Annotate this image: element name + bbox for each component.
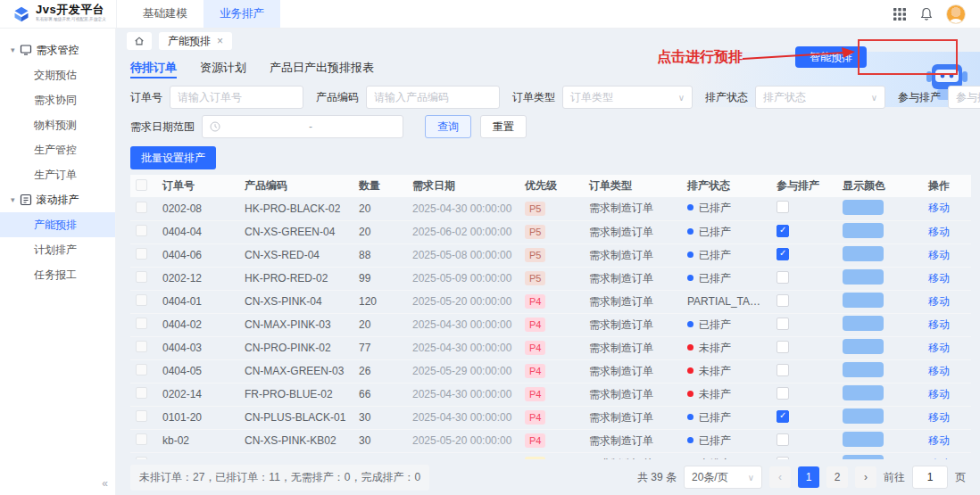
participate-checkbox[interactable]	[777, 318, 789, 330]
move-action-link[interactable]: 移动	[928, 295, 950, 308]
chevron-down-icon: ∨	[678, 93, 685, 103]
move-action-link[interactable]: 移动	[928, 249, 950, 261]
reset-button[interactable]: 重置	[480, 115, 527, 138]
participate-checkbox[interactable]	[777, 201, 789, 213]
cell-qty: 30	[353, 429, 407, 452]
sidebar-item[interactable]: 需求协同	[0, 87, 115, 112]
move-action-link[interactable]: 移动	[928, 318, 950, 331]
row-checkbox[interactable]	[136, 318, 147, 329]
date-range-input[interactable]: -	[202, 115, 403, 138]
status-label: 已排产	[699, 272, 731, 285]
table-row: kb-02 CN-XS-PINK-KB02 30 2025-05-20 00:0…	[130, 429, 971, 452]
move-action-link[interactable]: 移动	[928, 434, 950, 447]
sidebar-item[interactable]: 生产订单	[0, 162, 115, 187]
sidebar-item[interactable]: 交期预估	[0, 62, 115, 87]
smart-preschedule-button[interactable]: 智能预排	[795, 46, 867, 68]
cell-status: 未排产	[682, 383, 771, 406]
display-color-swatch[interactable]	[843, 246, 884, 261]
priority-badge: P4	[525, 364, 545, 378]
row-checkbox[interactable]	[136, 387, 147, 399]
participate-checkbox[interactable]	[777, 225, 789, 237]
participate-checkbox[interactable]	[777, 364, 789, 376]
panel-tab[interactable]: 产品日产出预排报表	[270, 60, 374, 78]
open-page-tab[interactable]: 产能预排 ×	[159, 32, 232, 50]
chevron-down-icon: ∨	[871, 93, 877, 103]
participate-checkbox[interactable]	[777, 341, 789, 353]
display-color-swatch[interactable]	[843, 408, 884, 424]
next-page-button[interactable]: ›	[855, 466, 876, 488]
row-checkbox[interactable]	[136, 410, 147, 422]
participate-checkbox[interactable]	[777, 410, 789, 423]
content-panel: 待排订单 资源计划 产品日产出预排报表 订单号 产品编码	[116, 54, 980, 495]
main-nav: 基础建模 业务排产	[127, 0, 280, 28]
move-action-link[interactable]: 移动	[928, 202, 950, 214]
schedule-status-select[interactable]: 排产状态 ∨	[755, 86, 885, 109]
move-action-link[interactable]: 移动	[928, 388, 950, 400]
sidebar-item[interactable]: 计划排产	[0, 237, 115, 262]
row-checkbox[interactable]	[136, 202, 147, 213]
participate-checkbox[interactable]	[777, 433, 789, 446]
table-row: 0404-03 CN-PRO-PINK-02 77 2025-04-30 00:…	[130, 336, 971, 359]
display-color-swatch[interactable]	[843, 316, 884, 331]
apps-grid-icon[interactable]	[893, 7, 907, 21]
close-icon[interactable]: ×	[217, 35, 223, 47]
cell-status: 未排产	[682, 452, 771, 459]
row-checkbox[interactable]	[136, 271, 147, 283]
display-color-swatch[interactable]	[843, 200, 884, 215]
sidebar-group-demand[interactable]: ▾ 需求管控	[0, 37, 115, 62]
row-checkbox[interactable]	[136, 433, 147, 445]
cell-date: 2025-05-09 00:00:00	[407, 267, 519, 290]
priority-badge: P5	[525, 202, 545, 216]
row-checkbox[interactable]	[136, 294, 147, 306]
move-action-link[interactable]: 移动	[928, 365, 950, 377]
participate-checkbox[interactable]	[777, 387, 789, 400]
panel-tab[interactable]: 待排订单	[130, 60, 177, 78]
cell-status: 已排产	[682, 267, 771, 290]
move-action-link[interactable]: 移动	[928, 342, 950, 354]
sidebar-item[interactable]: 生产管控	[0, 137, 115, 162]
cell-order-no: kb-02	[157, 429, 239, 452]
move-action-link[interactable]: 移动	[928, 272, 950, 285]
display-color-swatch[interactable]	[843, 269, 884, 285]
nav-tab[interactable]: 基础建模	[127, 0, 203, 28]
batch-set-schedule-button[interactable]: 批量设置排产	[130, 146, 216, 169]
sidebar-item[interactable]: 物料预测	[0, 112, 115, 137]
move-action-link[interactable]: 移动	[928, 411, 950, 424]
order-type-select[interactable]: 订单类型 ∨	[562, 86, 693, 109]
row-checkbox[interactable]	[136, 364, 147, 375]
participate-checkbox[interactable]	[777, 294, 789, 307]
page-number-button[interactable]: 2	[826, 466, 848, 488]
display-color-swatch[interactable]	[843, 385, 884, 400]
cell-product-code: CN-MAX-GREEN-03	[239, 359, 353, 383]
participate-select[interactable]: 参与排产 ∨	[948, 86, 980, 109]
search-button[interactable]: 查询	[425, 115, 471, 138]
nav-tab[interactable]: 业务排产	[203, 0, 280, 28]
goto-page-input[interactable]	[912, 466, 948, 489]
display-color-swatch[interactable]	[843, 293, 884, 308]
sidebar-item[interactable]: 任务报工	[0, 262, 115, 287]
sidebar-group-rolling[interactable]: ▾ 滚动排产	[0, 187, 115, 212]
participate-checkbox[interactable]	[777, 271, 789, 284]
move-action-link[interactable]: 移动	[928, 226, 950, 238]
row-checkbox[interactable]	[136, 341, 147, 352]
participate-checkbox[interactable]	[777, 248, 789, 260]
display-color-swatch[interactable]	[843, 339, 884, 354]
home-tab-button[interactable]	[127, 32, 152, 50]
display-color-swatch[interactable]	[843, 362, 884, 377]
product-code-input[interactable]	[366, 86, 500, 109]
row-checkbox[interactable]	[136, 225, 147, 236]
order-no-input[interactable]	[170, 86, 303, 109]
page-size-select[interactable]: 20条/页 ∨	[684, 466, 762, 489]
panel-tab[interactable]: 资源计划	[200, 60, 246, 78]
prev-page-button[interactable]: ‹	[769, 466, 791, 488]
user-avatar[interactable]	[946, 4, 966, 24]
display-color-swatch[interactable]	[843, 223, 884, 238]
cell-order-no: 0404-04	[157, 220, 239, 243]
bell-icon[interactable]	[919, 7, 934, 21]
select-all-checkbox[interactable]	[136, 179, 147, 191]
page-number-button[interactable]: 1	[798, 466, 819, 488]
row-checkbox[interactable]	[136, 248, 147, 260]
sidebar-collapse-toggle[interactable]: «	[102, 477, 108, 490]
sidebar-item[interactable]: 产能预排	[0, 212, 115, 237]
display-color-swatch[interactable]	[843, 432, 884, 447]
